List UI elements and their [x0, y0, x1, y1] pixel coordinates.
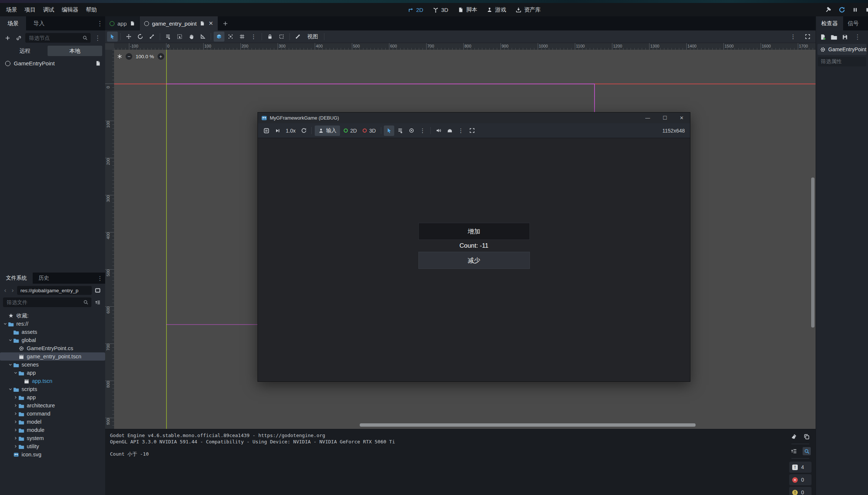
- current-path-input[interactable]: [20, 287, 89, 294]
- file-tree-item-scenes[interactable]: scenes: [0, 361, 105, 369]
- chevron-right-icon[interactable]: [13, 444, 18, 449]
- grid-snap-button[interactable]: [237, 32, 247, 42]
- workspace-2d[interactable]: 2D: [408, 7, 423, 13]
- rotate-tool-button[interactable]: [135, 32, 146, 42]
- snap-menu-icon[interactable]: ⋮: [248, 32, 259, 42]
- nav-back-icon[interactable]: ‹: [2, 287, 8, 294]
- smart-snap-button[interactable]: [214, 32, 224, 42]
- next-frame-button[interactable]: [272, 126, 283, 136]
- file-tree-item-command[interactable]: command: [0, 410, 105, 418]
- instance-scene-button[interactable]: [14, 33, 23, 42]
- file-tree-item-architecture[interactable]: architecture: [0, 401, 105, 410]
- input-mode-button[interactable]: 输入: [315, 126, 340, 136]
- scene-dock-menu-icon[interactable]: ⋮: [97, 16, 103, 30]
- scene-tree-root-node[interactable]: GameEntryPoint: [0, 58, 105, 68]
- camera-override-button[interactable]: [406, 126, 417, 136]
- view-menu[interactable]: 视图: [304, 33, 322, 40]
- game-window-titlebar[interactable]: MyGFrameworkGame (DEBUG) — ☐ ✕: [258, 113, 690, 123]
- menu-3[interactable]: 调试: [39, 4, 58, 15]
- workspace-游戏[interactable]: 游戏: [487, 6, 506, 13]
- selection-list-button[interactable]: [163, 32, 174, 42]
- zoom-in-button[interactable]: +: [158, 53, 164, 60]
- filter-nodes-input[interactable]: [28, 35, 80, 41]
- workspace-脚本[interactable]: 脚本: [458, 6, 477, 13]
- tab-import[interactable]: 导入: [26, 16, 52, 30]
- decrease-button[interactable]: 减少: [418, 252, 530, 269]
- minimize-icon[interactable]: —: [645, 115, 650, 121]
- game-zoom-label[interactable]: 1.0x: [283, 128, 298, 134]
- local-tab[interactable]: 本地: [48, 46, 102, 56]
- zoom-percent-label[interactable]: 100.0 %: [136, 54, 154, 59]
- tab-history[interactable]: 历史: [33, 273, 55, 284]
- remote-tab[interactable]: 远程: [3, 48, 47, 55]
- chevron-right-icon[interactable]: [13, 411, 18, 416]
- chevron-right-icon[interactable]: [13, 420, 18, 424]
- add-node-button[interactable]: [3, 33, 12, 42]
- scene-tree-menu-icon[interactable]: ⋮: [93, 35, 102, 41]
- mode-2d-button[interactable]: 2D: [341, 128, 360, 134]
- error-count-badge[interactable]: ✕0: [789, 474, 812, 485]
- group-node-button[interactable]: [276, 32, 287, 42]
- new-resource-icon[interactable]: [820, 34, 826, 40]
- chevron-down-icon[interactable]: [13, 371, 18, 375]
- reset-zoom-icon[interactable]: [298, 126, 309, 136]
- mode-3d-button[interactable]: 3D: [360, 128, 379, 134]
- filesystem-menu-icon[interactable]: ⋮: [97, 273, 103, 284]
- menu-5[interactable]: 帮助: [82, 4, 101, 15]
- load-resource-icon[interactable]: [831, 34, 837, 40]
- toolbar-overflow-icon[interactable]: ⋮: [788, 32, 799, 42]
- chevron-down-icon[interactable]: [7, 362, 13, 367]
- menu-1[interactable]: 场景: [2, 4, 21, 15]
- select-tool-button[interactable]: [107, 32, 118, 42]
- workspace-资产库[interactable]: 资产库: [516, 6, 541, 13]
- copy-output-icon[interactable]: [803, 433, 811, 441]
- file-tree-item-res-[interactable]: res://: [0, 320, 105, 328]
- file-tree-item-game-entry-point.tscn[interactable]: game_entry_point.tscn: [0, 352, 105, 361]
- pan-tool-button[interactable]: [186, 32, 197, 42]
- show-selection-button[interactable]: [174, 32, 185, 42]
- chevron-down-icon[interactable]: [7, 387, 13, 391]
- canvas-area[interactable]: − 100.0 % + MyGFrameworkGame (DEBUG) — ☐: [114, 50, 816, 429]
- tab-signals[interactable]: 信号: [843, 16, 863, 30]
- message-count-badge[interactable]: !4: [789, 462, 812, 473]
- maximize-icon[interactable]: ☐: [663, 115, 667, 121]
- collapse-duplicates-icon[interactable]: [790, 447, 798, 455]
- file-tree-item-scripts[interactable]: scripts: [0, 385, 105, 393]
- file-tree-item-app[interactable]: app: [0, 369, 105, 377]
- attached-script-icon[interactable]: [95, 61, 101, 66]
- file-tree-item-module[interactable]: module: [0, 426, 105, 434]
- tab-filesystem[interactable]: 文件系统: [0, 273, 33, 284]
- file-tree-item-app[interactable]: app: [0, 393, 105, 401]
- chevron-right-icon[interactable]: [13, 436, 18, 440]
- stop-game-icon[interactable]: [865, 7, 868, 13]
- increase-button[interactable]: 增加: [418, 223, 530, 240]
- center-view-icon[interactable]: [117, 54, 122, 59]
- file-tree-item-assets[interactable]: assets: [0, 328, 105, 336]
- embed-options-button[interactable]: [444, 126, 455, 136]
- file-tree-item-global[interactable]: global: [0, 336, 105, 344]
- scale-tool-button[interactable]: [146, 32, 157, 42]
- selection-list-button[interactable]: [395, 126, 405, 136]
- pause-game-icon[interactable]: [852, 7, 858, 13]
- close-tab-icon[interactable]: ✕: [208, 20, 213, 27]
- menu-2[interactable]: 项目: [21, 4, 39, 15]
- save-resource-icon[interactable]: [842, 34, 848, 40]
- game-select-tool-button[interactable]: [384, 126, 394, 136]
- game-menu-icon[interactable]: ⋮: [456, 126, 466, 136]
- skeleton-options-button[interactable]: [292, 32, 303, 42]
- search-output-icon[interactable]: [803, 447, 811, 455]
- chevron-down-icon[interactable]: [2, 322, 8, 326]
- restart-game-icon[interactable]: [839, 7, 845, 13]
- tab-inspector[interactable]: 检查器: [816, 16, 843, 30]
- sort-files-icon[interactable]: [93, 298, 102, 307]
- split-view-icon[interactable]: [93, 286, 102, 295]
- workspace-3d[interactable]: 3D: [433, 7, 448, 13]
- menu-4[interactable]: 编辑器: [58, 4, 82, 15]
- nav-forward-icon[interactable]: ›: [10, 287, 16, 294]
- ruler-tool-button[interactable]: [197, 32, 208, 42]
- inspector-menu-icon[interactable]: ⋮: [853, 34, 862, 40]
- chevron-down-icon[interactable]: [7, 338, 13, 342]
- snap-options-button[interactable]: [225, 32, 236, 42]
- file-tree-item-gameentrypoint.cs[interactable]: GameEntryPoint.cs: [0, 344, 105, 352]
- filter-properties-input[interactable]: 筛选属性: [818, 57, 866, 66]
